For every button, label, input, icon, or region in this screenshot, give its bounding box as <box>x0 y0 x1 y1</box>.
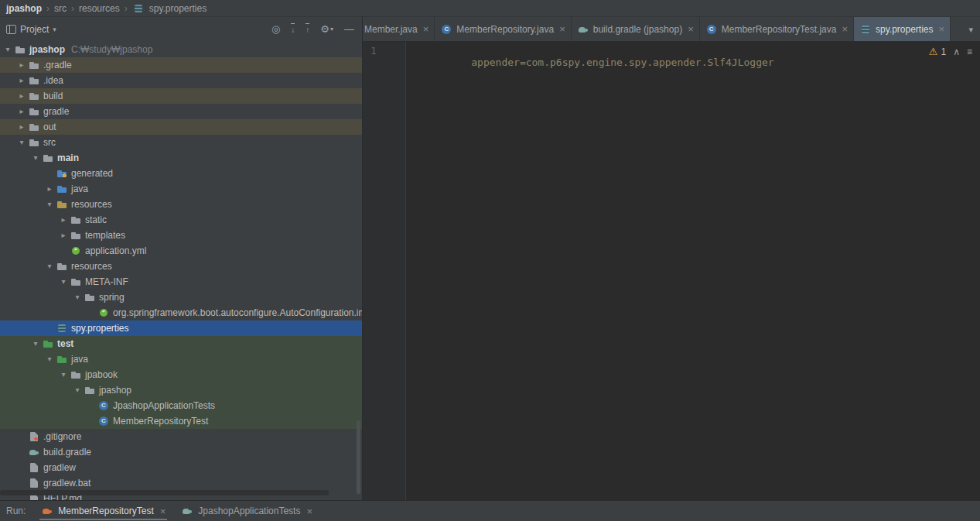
tree-row[interactable]: JpashopApplicationTests <box>0 398 362 413</box>
tree-row[interactable]: ▸templates <box>0 228 362 243</box>
tree-row[interactable]: ▾src <box>0 135 362 150</box>
tree-row[interactable]: ▾jpashopC:₩study₩jpashop <box>0 42 362 57</box>
tree-row[interactable]: ▸out <box>0 119 362 135</box>
spring-icon <box>97 307 110 319</box>
line-number: 1 <box>370 45 377 57</box>
editor-tab[interactable]: spy.properties× <box>854 17 951 41</box>
chevron-expanded-icon[interactable]: ▾ <box>29 150 42 166</box>
editor-tab[interactable]: MemberRepositoryTest.java× <box>700 17 854 41</box>
tree-item-label: gradle <box>43 104 69 119</box>
tree-row[interactable]: ▾META-INF <box>0 274 362 290</box>
tree-row[interactable]: ▾jpabook <box>0 367 362 382</box>
chevron-collapsed-icon[interactable]: ▸ <box>43 181 56 197</box>
tree-row[interactable]: ▸static <box>0 212 362 228</box>
vertical-scrollbar[interactable] <box>357 420 360 494</box>
chevron-collapsed-icon[interactable]: ▸ <box>15 88 28 104</box>
tree-row[interactable]: spy.properties <box>0 320 362 336</box>
locate-file-icon[interactable]: ◎ <box>271 24 280 35</box>
tree-row[interactable]: ▸java <box>0 181 362 197</box>
chevron-expanded-icon[interactable]: ▾ <box>43 351 56 367</box>
gradle-icon <box>577 23 589 36</box>
chevron-collapsed-icon[interactable]: ▸ <box>15 57 28 73</box>
menu-icon[interactable]: ≡ <box>967 46 972 57</box>
close-tab-icon[interactable]: × <box>688 23 694 35</box>
tree-item-label: build.gradle <box>43 444 91 460</box>
class-icon <box>97 399 110 412</box>
chevron-expanded-icon[interactable]: ▾ <box>43 197 56 212</box>
ide-window: jpashop›src›resources›spy.properties Pro… <box>0 0 980 521</box>
breadcrumb-item[interactable]: resources <box>79 3 120 14</box>
expand-all-icon[interactable]: ↓ <box>291 23 295 36</box>
tree-row[interactable]: ▾test <box>0 336 362 351</box>
project-tool-window: Project ▾ ◎ ↓ ↑ ⚙▾ — ▾jpashopC:₩study₩jp… <box>0 17 363 500</box>
close-tab-icon[interactable]: × <box>842 23 848 35</box>
props-icon <box>56 322 68 334</box>
tree-row[interactable]: ▾main <box>0 150 362 166</box>
warning-icon[interactable]: ⚠ <box>929 46 938 57</box>
close-tab-icon[interactable]: × <box>559 23 565 35</box>
chevron-expanded-icon[interactable]: ▾ <box>29 336 42 351</box>
chevron-expanded-icon[interactable]: ▾ <box>57 367 70 382</box>
tree-row[interactable]: build.gradle <box>0 444 362 460</box>
project-panel-title: Project <box>20 24 49 35</box>
close-tab-icon[interactable]: × <box>423 23 429 35</box>
tree-row[interactable]: gradlew.bat <box>0 475 362 491</box>
editor-tab[interactable]: Member.java× <box>363 17 435 41</box>
tree-row[interactable]: ▾java <box>0 351 362 367</box>
horizontal-scrollbar[interactable] <box>0 490 329 495</box>
breadcrumb-item[interactable]: src <box>54 3 67 14</box>
file-git-icon <box>28 430 40 443</box>
chevron-expanded-icon[interactable]: ▾ <box>57 274 70 290</box>
tree-row[interactable]: org.springframework.boot.autoconfigure.A… <box>0 305 362 320</box>
editor-tab[interactable]: MemberRepository.java× <box>435 17 571 41</box>
gradle-icon <box>28 446 40 458</box>
tabs-overflow-icon[interactable]: ▾ <box>961 17 980 42</box>
code-area[interactable]: appender=com.p6spy.engine.spy.appender.S… <box>406 42 774 500</box>
tree-item-label: static <box>85 212 107 228</box>
tree-row[interactable]: MemberRepositoryTest <box>0 413 362 429</box>
tree-row[interactable]: ▸build <box>0 88 362 104</box>
chevron-expanded-icon[interactable]: ▾ <box>43 259 56 274</box>
breadcrumb-item[interactable]: jpashop <box>6 3 42 14</box>
tree-row[interactable]: generated <box>0 166 362 181</box>
gear-icon: ⚙ <box>320 24 330 35</box>
run-tab[interactable]: JpashopApplicationTests× <box>173 501 320 521</box>
tree-row[interactable]: gradlew <box>0 460 362 475</box>
close-tab-icon[interactable]: × <box>939 23 945 35</box>
chevron-expanded-icon[interactable]: ▾ <box>2 42 14 57</box>
chevron-expanded-icon[interactable]: ▾ <box>71 290 84 305</box>
hide-panel-icon[interactable]: — <box>344 24 354 35</box>
tree-row[interactable]: ▸.idea <box>0 73 362 88</box>
tree-item-label: templates <box>85 228 125 243</box>
folder-test-icon <box>42 338 54 350</box>
collapse-all-icon[interactable]: ↑ <box>306 23 309 36</box>
tree-row[interactable]: ▸.gradle <box>0 57 362 73</box>
chevron-collapsed-icon[interactable]: ▸ <box>15 119 28 135</box>
chevron-collapsed-icon[interactable]: ▸ <box>15 73 28 88</box>
tree-row[interactable]: application.yml <box>0 243 362 259</box>
breadcrumb-item[interactable]: spy.properties <box>149 3 207 14</box>
close-tab-icon[interactable]: × <box>160 506 166 517</box>
close-tab-icon[interactable]: × <box>306 506 312 517</box>
tree-item-label: JpashopApplicationTests <box>113 398 215 413</box>
editor-tab[interactable]: build.gradle (jpashop)× <box>572 17 700 41</box>
chevron-up-icon[interactable]: ∧ <box>953 46 960 57</box>
run-tab[interactable]: MemberRepositoryTest× <box>33 501 173 521</box>
folder-icon <box>56 260 68 272</box>
chevron-expanded-icon[interactable]: ▾ <box>71 382 84 398</box>
tree-row[interactable]: ▾resources <box>0 259 362 274</box>
project-view-selector[interactable]: Project ▾ <box>6 24 56 35</box>
tree-row[interactable]: ▾resources <box>0 197 362 212</box>
chevron-expanded-icon[interactable]: ▾ <box>15 135 28 150</box>
project-panel-header: Project ▾ ◎ ↓ ↑ ⚙▾ — <box>0 17 362 42</box>
chevron-collapsed-icon[interactable]: ▸ <box>57 228 70 243</box>
chevron-collapsed-icon[interactable]: ▸ <box>57 212 70 228</box>
run-tool-bar: Run: MemberRepositoryTest×JpashopApplica… <box>0 500 980 521</box>
tree-row[interactable]: ▾spring <box>0 290 362 305</box>
tree-row[interactable]: ▸gradle <box>0 104 362 119</box>
tree-row[interactable]: ▾jpashop <box>0 382 362 398</box>
settings-gear-icon[interactable]: ⚙▾ <box>320 24 333 35</box>
breadcrumb-separator-icon: › <box>46 3 50 14</box>
tree-row[interactable]: .gitignore <box>0 429 362 444</box>
chevron-collapsed-icon[interactable]: ▸ <box>15 104 28 119</box>
